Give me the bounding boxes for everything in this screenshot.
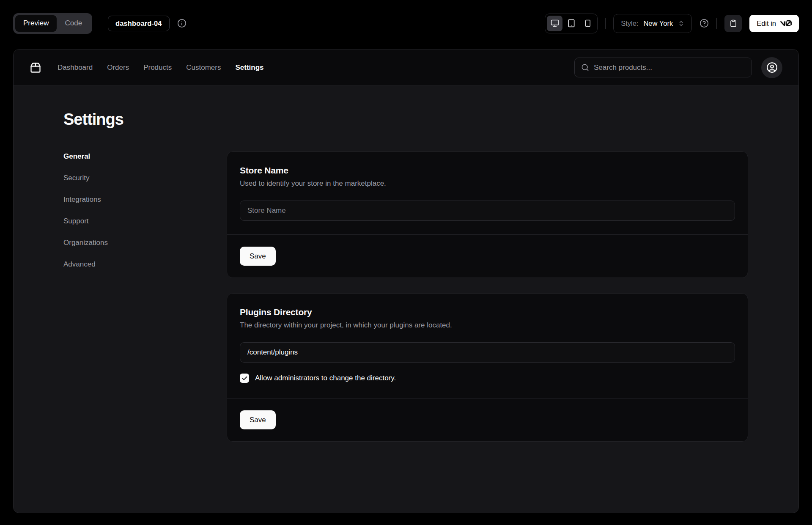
plugins-directory-card-description: The directory within your project, in wh… xyxy=(240,321,735,330)
desktop-view-button[interactable] xyxy=(547,16,562,31)
mobile-view-button[interactable] xyxy=(580,16,595,31)
sidebar-item-organizations[interactable]: Organizations xyxy=(63,238,227,248)
view-toggle: Preview Code xyxy=(13,13,92,34)
circle-help-icon[interactable] xyxy=(700,19,709,28)
dashboard-nav-links: Dashboard Orders Products Customers Sett… xyxy=(58,63,263,72)
nav-link-products[interactable]: Products xyxy=(143,63,172,72)
toolbar-right-group: Style: New York Edit in xyxy=(545,14,799,33)
nav-link-customers[interactable]: Customers xyxy=(186,63,221,72)
style-select[interactable]: Style: New York xyxy=(613,14,692,33)
smartphone-icon xyxy=(584,19,592,27)
block-name-badge: dashboard-04 xyxy=(108,16,169,31)
settings-page: Settings General Security Integrations S… xyxy=(14,86,798,442)
monitor-icon xyxy=(551,19,559,27)
nav-link-orders[interactable]: Orders xyxy=(107,63,129,72)
account-menu-button[interactable] xyxy=(761,57,782,78)
plugins-directory-save-button[interactable]: Save xyxy=(240,410,276,429)
store-name-card-title: Store Name xyxy=(240,165,735,176)
plugins-directory-input[interactable] xyxy=(240,342,735,363)
sidebar-item-integrations[interactable]: Integrations xyxy=(63,195,227,205)
store-name-card: Store Name Used to identify your store i… xyxy=(227,151,748,278)
search-icon xyxy=(581,63,589,71)
allow-admin-row: Allow administrators to change the direc… xyxy=(240,374,735,385)
sidebar-item-general[interactable]: General xyxy=(63,151,227,162)
chevrons-up-down-icon xyxy=(678,20,684,27)
tablet-icon xyxy=(567,19,576,27)
sidebar-item-advanced[interactable]: Advanced xyxy=(63,259,227,269)
style-select-value: New York xyxy=(643,19,673,27)
package-icon xyxy=(30,62,41,74)
toolbar-divider xyxy=(605,18,606,29)
store-name-card-description: Used to identify your store in the marke… xyxy=(240,179,735,188)
edit-in-v0-label: Edit in xyxy=(757,19,776,27)
plugins-directory-card-title: Plugins Directory xyxy=(240,307,735,317)
allow-admin-checkbox-label[interactable]: Allow administrators to change the direc… xyxy=(255,374,396,382)
store-logo-link[interactable] xyxy=(30,62,41,74)
block-preview-frame: Dashboard Orders Products Customers Sett… xyxy=(13,49,799,513)
dashboard-header: Dashboard Orders Products Customers Sett… xyxy=(14,49,798,86)
nav-link-settings[interactable]: Settings xyxy=(235,63,263,72)
info-icon[interactable] xyxy=(177,19,187,28)
circle-user-icon xyxy=(766,62,778,73)
v0-logo-icon xyxy=(780,20,792,26)
preview-tab[interactable]: Preview xyxy=(15,15,57,32)
store-name-card-footer: Save xyxy=(227,234,748,278)
nav-link-dashboard[interactable]: Dashboard xyxy=(58,63,93,72)
style-select-label: Style: xyxy=(621,19,638,27)
store-name-save-button[interactable]: Save xyxy=(240,247,276,266)
allow-admin-checkbox[interactable] xyxy=(240,374,249,383)
plugins-directory-card: Plugins Directory The directory within y… xyxy=(227,293,748,442)
settings-sidebar: General Security Integrations Support Or… xyxy=(63,151,227,442)
copy-code-button[interactable] xyxy=(724,15,742,32)
settings-cards: Store Name Used to identify your store i… xyxy=(227,151,748,442)
search-input[interactable] xyxy=(594,63,745,72)
toolbar-divider xyxy=(716,18,717,29)
toolbar-divider xyxy=(100,18,100,29)
code-tab[interactable]: Code xyxy=(57,15,90,32)
sidebar-item-support[interactable]: Support xyxy=(63,216,227,226)
sidebar-item-security[interactable]: Security xyxy=(63,173,227,183)
check-icon xyxy=(241,375,248,382)
page-title: Settings xyxy=(63,110,748,129)
product-search xyxy=(574,58,752,77)
clipboard-icon xyxy=(730,19,737,27)
plugins-directory-card-footer: Save xyxy=(227,398,748,441)
preview-toolbar: Preview Code dashboard-04 Style: New Yor… xyxy=(0,0,812,47)
device-size-toggle xyxy=(545,14,598,33)
edit-in-v0-button[interactable]: Edit in xyxy=(749,15,799,32)
store-name-input[interactable] xyxy=(240,201,735,221)
tablet-view-button[interactable] xyxy=(563,16,579,31)
